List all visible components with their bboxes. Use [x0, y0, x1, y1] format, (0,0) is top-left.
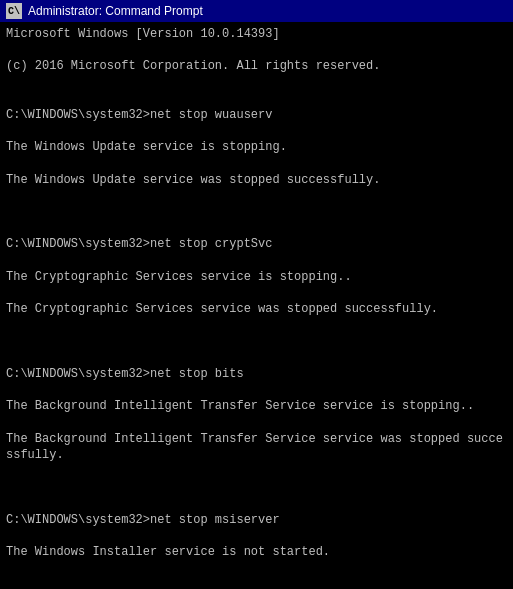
terminal-line: The Background Intelligent Transfer Serv…: [6, 431, 507, 463]
terminal-line: The Cryptographic Services service is st…: [6, 269, 507, 285]
terminal-line: Microsoft Windows [Version 10.0.14393]: [6, 26, 507, 42]
title-bar-text: Administrator: Command Prompt: [28, 4, 203, 18]
terminal-line: (c) 2016 Microsoft Corporation. All righ…: [6, 58, 507, 74]
terminal-line: The Windows Update service was stopped s…: [6, 172, 507, 188]
terminal-line: C:\WINDOWS\system32>net stop bits: [6, 366, 507, 382]
terminal-line: The Background Intelligent Transfer Serv…: [6, 398, 507, 414]
terminal-line: C:\WINDOWS\system32>net stop wuauserv: [6, 107, 507, 123]
title-bar-icon: C\: [6, 3, 22, 19]
terminal-line: C:\WINDOWS\system32>net stop cryptSvc: [6, 236, 507, 252]
terminal-line: The Windows Update service is stopping.: [6, 139, 507, 155]
title-bar: C\ Administrator: Command Prompt: [0, 0, 513, 22]
terminal-body[interactable]: Microsoft Windows [Version 10.0.14393] (…: [0, 22, 513, 589]
terminal-line: The Windows Installer service is not sta…: [6, 544, 507, 560]
terminal-line: The Cryptographic Services service was s…: [6, 301, 507, 317]
terminal-line: C:\WINDOWS\system32>net stop msiserver: [6, 512, 507, 528]
